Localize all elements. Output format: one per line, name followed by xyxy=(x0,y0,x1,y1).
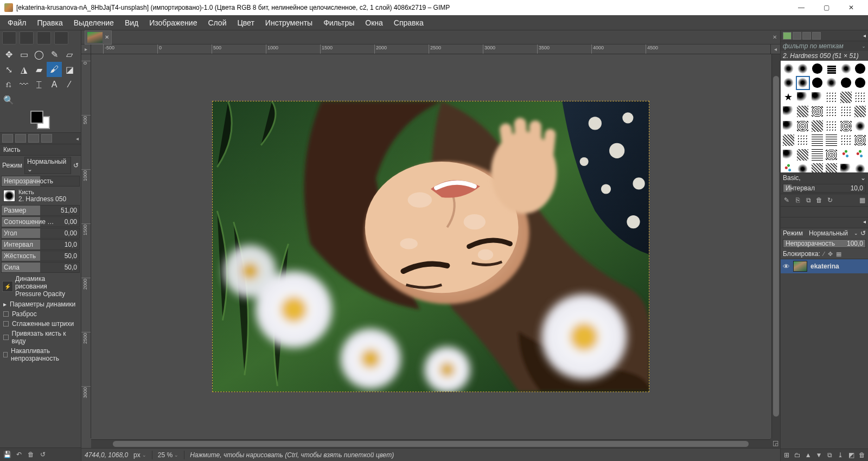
image-tab[interactable]: ✕ xyxy=(85,30,112,44)
horizontal-scrollbar[interactable] xyxy=(91,439,770,448)
merge-layer-icon[interactable]: ⤓ xyxy=(835,450,845,460)
brush-cell[interactable] xyxy=(825,105,839,119)
horizontal-ruler[interactable]: -500050010001500200025003000350040004500 xyxy=(91,44,770,54)
brush-cell[interactable] xyxy=(839,162,853,173)
dyn-params[interactable]: Параметры динамики xyxy=(10,300,75,308)
menu-filters[interactable]: Фильтры xyxy=(318,16,360,29)
brush-cell[interactable] xyxy=(839,90,853,105)
brush-cell[interactable] xyxy=(810,162,825,173)
menu-file[interactable]: Файл xyxy=(2,16,31,29)
recent-tool-slot[interactable] xyxy=(20,31,34,44)
image-tab-close-icon[interactable]: ✕ xyxy=(105,34,109,40)
visibility-icon[interactable]: 👁 xyxy=(783,262,790,271)
brush-cell[interactable] xyxy=(853,90,868,105)
brush-grid[interactable]: ★ xyxy=(781,61,868,172)
brush-cell[interactable] xyxy=(781,76,796,91)
clone-tool[interactable]: ⎌ xyxy=(1,77,16,92)
reset-preset-icon[interactable]: ↺ xyxy=(38,450,48,459)
brush-cell[interactable] xyxy=(781,61,796,76)
option-checkbox[interactable]: Привязать кисть к виду xyxy=(0,329,81,346)
brush-cell[interactable] xyxy=(796,119,810,133)
dock-menu-icon[interactable]: ◂ xyxy=(863,33,866,39)
canvas-image[interactable] xyxy=(212,101,649,392)
navigation-icon[interactable]: ◲ xyxy=(770,438,780,448)
path-tool[interactable]: ⌶ xyxy=(31,77,47,92)
transform-tool[interactable]: ⤡ xyxy=(1,62,16,77)
brush-cell[interactable] xyxy=(781,133,796,148)
brush-spacing-slider[interactable]: Интервал10,0 xyxy=(783,184,866,193)
brush-cell[interactable] xyxy=(810,119,825,133)
option-checkbox[interactable]: Разброс xyxy=(0,309,81,319)
lock-pixels-icon[interactable]: ⁄ xyxy=(824,251,825,257)
paintbrush-tool[interactable]: 🖌 xyxy=(47,62,62,77)
new-brush-icon[interactable]: ⎘ xyxy=(793,195,802,205)
warp-tool[interactable]: ◮ xyxy=(16,62,31,77)
option-slider[interactable]: Соотношение с...0,00 xyxy=(1,216,80,227)
menu-select[interactable]: Выделение xyxy=(68,16,119,29)
layer-group-icon[interactable]: 🗀 xyxy=(793,450,802,460)
brush-cell[interactable] xyxy=(825,162,839,173)
brush-cell[interactable] xyxy=(810,105,825,119)
mode-select[interactable]: Нормальный ⌄ xyxy=(24,157,71,174)
open-as-image-icon[interactable]: ▦ xyxy=(857,195,867,205)
brush-cell[interactable] xyxy=(839,105,853,119)
smudge-tool[interactable]: 〰 xyxy=(16,77,31,92)
free-select-tool[interactable]: ◯ xyxy=(31,47,47,62)
recent-tool-slot[interactable] xyxy=(2,31,16,44)
refresh-brush-icon[interactable]: ↻ xyxy=(825,195,835,205)
menu-tools[interactable]: Инструменты xyxy=(260,16,318,29)
brush-cell[interactable] xyxy=(796,133,810,148)
edit-brush-icon[interactable]: ✎ xyxy=(782,195,792,205)
menu-windows[interactable]: Окна xyxy=(360,16,388,29)
del-brush-icon[interactable]: 🗑 xyxy=(814,195,824,205)
delete-preset-icon[interactable]: 🗑 xyxy=(26,450,36,459)
ruler-menu-icon[interactable]: ◂ xyxy=(770,44,780,54)
vertical-ruler[interactable]: 050010001500200025003000 xyxy=(81,54,91,438)
tabs-close-icon[interactable]: ✕ xyxy=(773,34,777,40)
brush-cell[interactable] xyxy=(810,90,825,105)
dup-layer-icon[interactable]: ⧉ xyxy=(825,450,835,460)
unit-select[interactable]: px⌄ xyxy=(133,451,146,459)
brush-cell[interactable] xyxy=(853,61,868,76)
mask-layer-icon[interactable]: ◩ xyxy=(846,450,856,460)
brush-cell[interactable] xyxy=(825,90,839,105)
brush-cell[interactable] xyxy=(853,76,868,91)
menu-layer[interactable]: Слой xyxy=(202,16,232,29)
option-slider[interactable]: Сила50,0 xyxy=(1,262,80,273)
move-tool[interactable]: ✥ xyxy=(1,47,16,62)
zoom-select[interactable]: 25 %⌄ xyxy=(158,451,178,459)
tab-brushes[interactable] xyxy=(783,32,792,40)
brush-cell[interactable] xyxy=(796,76,810,91)
close-button[interactable]: ✕ xyxy=(839,0,864,15)
brush-cell[interactable] xyxy=(810,133,825,148)
brush-cell[interactable] xyxy=(839,148,853,162)
layer-item[interactable]: 👁 ekaterina xyxy=(781,259,868,273)
option-slider[interactable]: Жёсткость50,0 xyxy=(1,251,80,261)
tab-history[interactable] xyxy=(28,134,39,143)
tab-patterns[interactable] xyxy=(793,32,801,40)
layer-opacity-slider[interactable]: Непрозрачность100,0 xyxy=(783,239,866,248)
brush-cell[interactable] xyxy=(853,162,868,173)
dynamics-icon[interactable]: ⚡ xyxy=(2,281,13,292)
brush-cell[interactable] xyxy=(853,148,868,162)
save-preset-icon[interactable]: 💾 xyxy=(2,450,12,459)
color-picker-tool[interactable]: ⁄ xyxy=(62,77,77,92)
brush-cell[interactable] xyxy=(825,119,839,133)
brush-cell[interactable] xyxy=(853,133,868,148)
option-slider[interactable]: Размер51,00 xyxy=(1,205,80,216)
brush-cell[interactable] xyxy=(839,119,853,133)
bucket-fill-tool[interactable]: ▰ xyxy=(31,62,47,77)
menu-edit[interactable]: Правка xyxy=(31,16,68,29)
brush-thumb[interactable] xyxy=(3,190,15,202)
brush-cell[interactable] xyxy=(839,76,853,91)
new-layer-icon[interactable]: ⊞ xyxy=(782,450,792,460)
menu-help[interactable]: Справка xyxy=(388,16,429,29)
brush-cell[interactable] xyxy=(839,133,853,148)
menu-color[interactable]: Цвет xyxy=(232,16,259,29)
brush-filter[interactable]: фильтр по меткам xyxy=(783,42,844,50)
option-slider[interactable]: Угол0,00 xyxy=(1,228,80,239)
tab-images[interactable] xyxy=(41,134,52,143)
brush-cell[interactable] xyxy=(796,61,810,76)
eraser-tool[interactable]: ◪ xyxy=(62,62,77,77)
brush-cell[interactable] xyxy=(839,61,853,76)
